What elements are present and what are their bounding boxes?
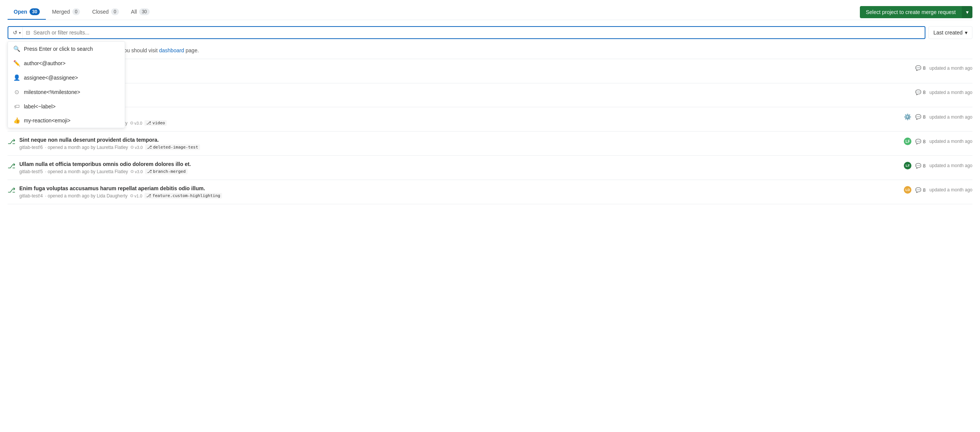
mr-ref-link[interactable]: gitlab-test!5 — [19, 169, 43, 174]
list-item: ⎇ Can be auto gitlab-test!8 r 💬 8 update… — [8, 83, 972, 107]
tabs-row: Open 30 Merged 0 Closed 0 All 30 Select … — [8, 0, 972, 20]
dropdown-item-search[interactable]: 🔍 Press Enter or click to search — [8, 42, 125, 56]
mr-title[interactable]: Sint neque non nulla deserunt provident … — [19, 137, 899, 143]
comment-icon: 💬 — [915, 187, 921, 193]
search-icon: 🔍 — [13, 46, 20, 52]
milestone-icon: ⊙ — [13, 89, 20, 95]
tab-all[interactable]: All 30 — [125, 5, 156, 20]
dropdown-item-label[interactable]: 🏷 label<~label> — [8, 99, 125, 113]
dropdown-item-milestone[interactable]: ⊙ milestone<%milestone> — [8, 85, 125, 99]
list-item: ⎇ Cannot be a gitlab-test!9 ⎇ feature 💬 — [8, 59, 972, 83]
version-icon: ⊙ — [130, 145, 134, 150]
sort-dropdown[interactable]: Last created ▾ — [929, 26, 972, 39]
tab-open-label: Open — [14, 9, 27, 15]
list-item: ⎇ Vel explicab gitlab-test!7 · opened a … — [8, 107, 972, 132]
avatar: LD — [904, 186, 912, 194]
reaction-icon: 👍 — [13, 117, 20, 124]
list-item: ⎇ Sint neque non nulla deserunt providen… — [8, 132, 972, 156]
version-icon: ⊙ — [130, 121, 134, 125]
dropdown-assignee-label: assignee<@assignee> — [24, 75, 78, 81]
mr-meta: gitlab-test!5 · opened a month ago by La… — [19, 168, 899, 174]
dropdown-item-reaction[interactable]: 👍 my-reaction<emoji> — [8, 113, 125, 128]
merge-request-icon: ⎇ — [8, 162, 16, 170]
mr-title[interactable]: Cannot be a — [19, 64, 911, 70]
mr-title[interactable]: Can be auto — [19, 89, 911, 95]
updated-text: updated a month ago — [930, 139, 972, 144]
mr-branch: ⎇ video — [145, 120, 167, 126]
mr-meta: gitlab-test!7 · opened a month ago by Li… — [19, 120, 899, 126]
tab-all-label: All — [131, 9, 137, 15]
mr-meta: gitlab-test!9 ⎇ feature — [19, 72, 911, 78]
merge-request-icon: ⎇ — [8, 138, 16, 146]
comment-icon: 💬 — [915, 65, 921, 71]
dropdown-item-assignee[interactable]: 👤 assignee<@assignee> — [8, 70, 125, 85]
search-input[interactable] — [32, 27, 922, 38]
mr-meta: gitlab-test!6 · opened a month ago by La… — [19, 145, 899, 150]
filter-dropdown-menu: 🔍 Press Enter or click to search ✏️ auth… — [8, 41, 125, 128]
version-badge: ⊙ v3.0 — [130, 145, 143, 150]
mr-title[interactable]: Vel explicab — [19, 113, 899, 119]
mr-branch: ⎇ deleted-image-test — [145, 145, 200, 150]
filter-history-button[interactable]: ↺ ▾ — [11, 27, 23, 38]
history-icon: ↺ — [13, 30, 18, 36]
comment-icon: 💬 — [915, 89, 921, 95]
dashboard-link[interactable]: dashboard — [159, 48, 184, 54]
version-badge: ⊙ v3.0 — [130, 169, 143, 174]
dropdown-search-label: Press Enter or click to search — [24, 46, 93, 52]
list-item: ⎇ Enim fuga voluptas accusamus harum rep… — [8, 180, 972, 204]
version-icon: ⊙ — [130, 169, 134, 174]
branch-icon: ⎇ — [147, 169, 152, 174]
tab-merged[interactable]: Merged 0 — [46, 5, 86, 20]
mr-meta: gitlab-test!8 r — [19, 96, 911, 102]
filter-input-wrapper: ↺ ▾ ⊟ — [8, 26, 926, 39]
create-merge-request-button[interactable]: Select project to create merge request — [860, 6, 962, 18]
sort-label: Last created — [933, 30, 963, 36]
filter-funnel-icon: ⊟ — [26, 30, 30, 36]
info-bar: Only merge red here. To see all merge re… — [8, 42, 972, 59]
tab-closed[interactable]: Closed 0 — [86, 5, 125, 20]
create-merge-request-dropdown-button[interactable]: ▾ — [962, 6, 972, 18]
mr-list: ⎇ Cannot be a gitlab-test!9 ⎇ feature 💬 — [8, 59, 972, 204]
version-badge: ⊙ v1.0 — [130, 193, 143, 198]
tab-closed-label: Closed — [92, 9, 109, 15]
tab-open[interactable]: Open 30 — [8, 5, 46, 20]
updated-text: updated a month ago — [930, 163, 972, 168]
avatar: LF — [904, 138, 912, 145]
comment-count: 💬 8 — [915, 114, 926, 120]
dropdown-item-author[interactable]: ✏️ author<@author> — [8, 56, 125, 70]
comment-icon: 💬 — [915, 114, 921, 120]
avatar: LF — [904, 162, 912, 169]
sort-arrow-icon: ▾ — [965, 30, 967, 36]
tab-closed-badge: 0 — [111, 8, 119, 15]
tab-merged-label: Merged — [52, 9, 70, 15]
branch-icon: ⎇ — [146, 193, 151, 198]
comment-count: 💬 8 — [915, 65, 926, 71]
comment-icon: 💬 — [915, 139, 921, 145]
mr-branch: ⎇ feature.custom-highlighting — [145, 193, 222, 199]
dropdown-author-label: author<@author> — [24, 60, 65, 66]
tab-merged-badge: 0 — [72, 8, 80, 15]
mr-meta: gitlab-test!4 · opened a month ago by Li… — [19, 193, 899, 199]
branch-icon: ⎇ — [147, 145, 152, 150]
mr-branch: ⎇ branch-merged — [145, 168, 188, 174]
mr-ref-link[interactable]: gitlab-test!4 — [19, 193, 43, 199]
comment-count: 💬 8 — [915, 163, 926, 168]
version-badge: ⊙ v3.0 — [130, 121, 143, 125]
updated-text: updated a month ago — [930, 65, 972, 71]
author-icon: ✏️ — [13, 60, 20, 67]
list-item: ⎇ Ullam nulla et officia temporibus omni… — [8, 156, 972, 180]
tab-all-badge: 30 — [139, 8, 149, 15]
mr-title[interactable]: Enim fuga voluptas accusamus harum repel… — [19, 185, 899, 191]
merge-request-icon: ⎇ — [8, 186, 16, 194]
branch-icon: ⎇ — [146, 121, 151, 125]
pipeline-status-icon: ⚙️ — [904, 113, 912, 121]
mr-ref-link[interactable]: gitlab-test!6 — [19, 145, 43, 150]
comment-count: 💬 8 — [915, 187, 926, 193]
comment-count: 💬 8 — [915, 139, 926, 145]
chevron-down-icon: ▾ — [19, 31, 21, 35]
mr-title[interactable]: Ullam nulla et officia temporibus omnis … — [19, 161, 899, 167]
tab-open-badge: 30 — [30, 8, 40, 15]
filter-row: ↺ ▾ ⊟ Last created ▾ 🔍 Press Enter or cl… — [8, 20, 972, 39]
comment-icon: 💬 — [915, 163, 921, 168]
dropdown-reaction-label: my-reaction<emoji> — [24, 118, 70, 124]
